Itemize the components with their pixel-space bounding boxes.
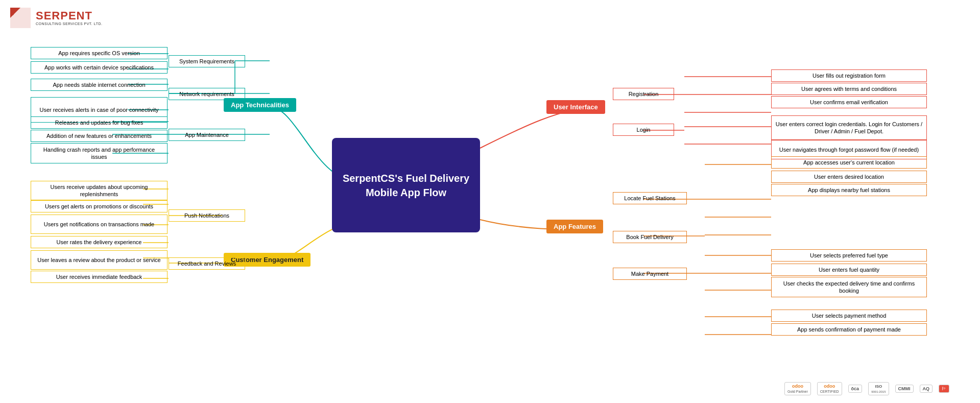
make-payment-label: Make Payment: [613, 268, 687, 280]
brand-name: SERPENT: [36, 10, 102, 22]
network-req-node-1: App needs stable internet connection: [31, 79, 168, 91]
book-node-1: User selects preferred fuel type: [771, 249, 927, 262]
network-requirements-label: Network requirements: [169, 88, 245, 100]
footer-logo-cmmi: CMMI: [895, 385, 914, 393]
footer-logo-aq: AQ: [920, 385, 933, 393]
logo: S SERPENT CONSULTING SERVICES PVT. LTD.: [8, 5, 102, 31]
locate-node-1: App accesses user's current location: [771, 156, 927, 169]
push-notif-node-3: Users get notifications on transactions …: [31, 215, 168, 234]
sys-req-node-2: App works with certain device specificat…: [31, 61, 168, 74]
sys-req-node-1: App requires specific OS version: [31, 47, 168, 59]
center-title-box: SerpentCS's Fuel Delivery Mobile App Flo…: [332, 138, 480, 232]
feedback-node-1: User rates the delivery experience: [31, 236, 168, 248]
brand-subtitle: CONSULTING SERVICES PVT. LTD.: [36, 22, 102, 26]
locate-fuel-stations-label: Locate Fuel Stations: [613, 192, 687, 204]
payment-node-1: User selects payment method: [771, 310, 927, 322]
logo-text: SERPENT CONSULTING SERVICES PVT. LTD.: [36, 10, 102, 26]
book-node-2: User enters fuel quantity: [771, 264, 927, 276]
payment-node-2: App sends confirmation of payment made: [771, 323, 927, 336]
footer-logo-oca: ōca: [848, 385, 863, 393]
reg-node-1: User fills out registration form: [771, 69, 927, 82]
center-title: SerpentCS's Fuel Delivery Mobile App Flo…: [332, 166, 480, 205]
app-features-label: App Features: [546, 220, 603, 233]
push-notif-node-1: Users receive updates about upcoming rep…: [31, 181, 168, 200]
app-maint-node-1: Releases and updates for bug fixes: [31, 116, 168, 129]
push-notif-node-2: Users get alerts on promotions or discou…: [31, 200, 168, 212]
serpent-logo-icon: S: [8, 5, 33, 31]
locate-node-2: User enters desired location: [771, 171, 927, 183]
registration-label: Registration: [613, 88, 674, 100]
book-node-3: User checks the expected delivery time a…: [771, 277, 927, 297]
reg-node-2: User agrees with terms and conditions: [771, 83, 927, 95]
book-fuel-delivery-label: Book Fuel Delivery: [613, 231, 687, 243]
app-maint-node-2: Addition of new features or enhancements: [31, 130, 168, 142]
login-label: Login: [613, 124, 674, 136]
push-notifications-label: Push Notifications: [169, 209, 245, 222]
user-interface-label: User Interface: [546, 100, 605, 114]
reg-node-3: User confirms email verification: [771, 96, 927, 108]
feedback-reviews-label: Feedback and Reviews: [169, 257, 245, 270]
footer-logos: odooGold Partner odooCERTIFIED ōca ISO90…: [784, 382, 949, 395]
footer-logo-odoo-certified: odooCERTIFIED: [817, 382, 842, 395]
feedback-node-2: User leaves a review about the product o…: [31, 250, 168, 270]
app-maintenance-label: App Maintenance: [169, 129, 245, 141]
footer-logo-odoo: odooGold Partner: [784, 382, 811, 395]
system-requirements-label: System Requirements: [169, 55, 245, 67]
feedback-node-3: User receives immediate feedback: [31, 271, 168, 283]
footer-logo-iso: ISO9001:2015: [868, 382, 889, 395]
app-maint-node-3: Handling crash reports and app performan…: [31, 143, 168, 163]
locate-node-3: App displays nearby fuel stations: [771, 184, 927, 196]
footer-logo-flag: 🏳: [939, 385, 949, 393]
login-node-1: User enters correct login credentials. L…: [771, 115, 927, 140]
